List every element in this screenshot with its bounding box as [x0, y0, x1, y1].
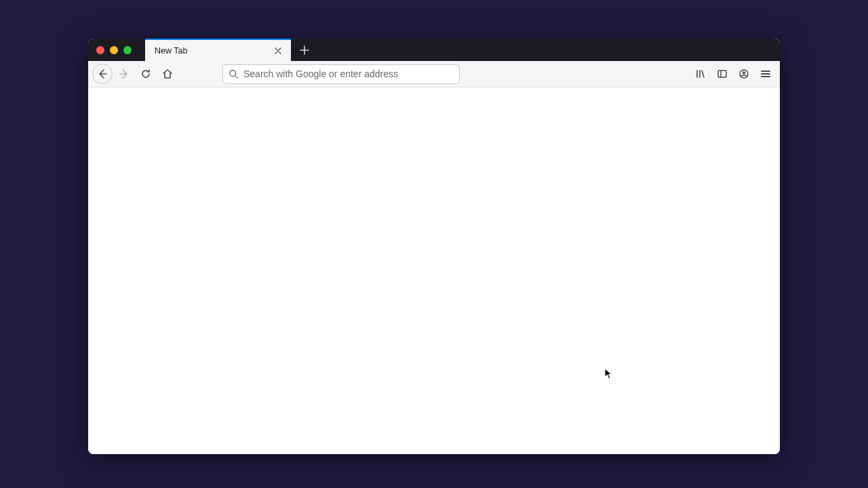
- back-arrow-icon: [97, 68, 108, 79]
- browser-window: New Tab: [88, 39, 780, 454]
- app-menu-button[interactable]: [755, 64, 776, 84]
- library-icon: [695, 68, 706, 79]
- tab-title: New Tab: [155, 46, 272, 56]
- home-icon: [162, 68, 173, 79]
- sidebar-icon: [717, 68, 728, 79]
- browser-tab[interactable]: New Tab: [145, 39, 291, 61]
- page-content: [88, 87, 780, 454]
- new-tab-button[interactable]: [295, 41, 314, 60]
- address-bar[interactable]: [222, 64, 460, 84]
- svg-rect-1: [718, 70, 726, 77]
- forward-arrow-icon: [119, 68, 130, 79]
- sidebar-button[interactable]: [712, 64, 732, 84]
- window-controls: [88, 46, 145, 54]
- home-button[interactable]: [157, 64, 178, 84]
- tab-close-button[interactable]: [272, 45, 284, 57]
- window-minimize-button[interactable]: [110, 46, 118, 54]
- hamburger-icon: [760, 68, 771, 79]
- window-close-button[interactable]: [96, 46, 104, 54]
- library-button[interactable]: [690, 64, 711, 84]
- svg-point-3: [743, 71, 745, 74]
- account-icon: [738, 68, 749, 79]
- reload-icon: [140, 68, 151, 79]
- tab-bar: New Tab: [88, 39, 780, 61]
- window-zoom-button[interactable]: [123, 46, 132, 54]
- address-input[interactable]: [243, 68, 454, 79]
- plus-icon: [300, 45, 309, 55]
- reload-button[interactable]: [136, 64, 156, 84]
- forward-button[interactable]: [114, 64, 134, 84]
- back-button[interactable]: [92, 64, 113, 84]
- navigation-toolbar: [88, 61, 780, 87]
- close-icon: [274, 47, 282, 55]
- account-button[interactable]: [734, 64, 754, 84]
- search-icon: [229, 69, 238, 79]
